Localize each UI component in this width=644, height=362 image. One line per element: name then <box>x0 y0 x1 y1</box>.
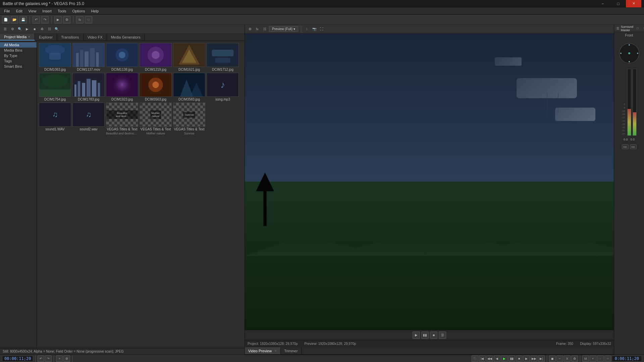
media-item-dcim1923[interactable]: DCIM1923.jpg <box>106 73 138 101</box>
tl-auto-crossfade[interactable]: X <box>564 355 571 362</box>
preview-stop-button[interactable]: ■ <box>430 331 437 339</box>
tl-add-track[interactable]: + <box>56 355 63 362</box>
media-item-dcim1063[interactable]: DCIM1063.jpg <box>39 43 71 71</box>
menu-tools[interactable]: Tools <box>55 8 69 14</box>
preview-grid-button[interactable]: ⁝ <box>304 26 310 32</box>
menu-options[interactable]: Options <box>70 8 88 14</box>
media-item-title-2[interactable]: Mothernature VEGAS Titles & Text Mother … <box>140 103 172 135</box>
svg-rect-7 <box>90 48 95 67</box>
menu-view[interactable]: View <box>26 8 39 14</box>
tree-item-tags[interactable]: Tags <box>0 58 37 64</box>
menu-file[interactable]: File <box>1 8 13 14</box>
preview-mode-button[interactable]: ☷ <box>262 26 268 32</box>
preview-fx-button[interactable]: fx <box>254 26 260 32</box>
preview-pause-button[interactable]: ▮▮ <box>421 331 429 339</box>
redo-button[interactable]: ↷ <box>41 16 49 23</box>
tl-loop-button[interactable]: ♻ <box>571 355 578 362</box>
tl-marker-button[interactable]: M <box>582 355 589 362</box>
media-item-title-3[interactable]: Sunrise VEGAS Titles & Text Sunrise <box>173 103 205 135</box>
panel-stop-button[interactable]: ■ <box>32 26 38 32</box>
tree-item-by-type[interactable]: By Type <box>0 53 37 58</box>
panel-zoom-button[interactable]: 🔍 <box>54 26 60 32</box>
media-item-dcim1138[interactable]: DCIM1138.jpg <box>106 43 138 71</box>
stop-button[interactable]: ■ <box>516 355 523 362</box>
preview-loop-button[interactable]: ☰ <box>439 331 446 339</box>
menu-help[interactable]: Help <box>88 8 101 14</box>
go-start-button[interactable]: |◀ <box>479 355 486 362</box>
media-item-dcim1783[interactable]: DCIM1783.jpg <box>72 73 105 101</box>
tab-explorer[interactable]: Explorer <box>35 34 57 41</box>
prev-frame-button[interactable]: ◀ <box>494 355 500 362</box>
next-button[interactable]: ▶▶ <box>531 355 537 362</box>
new-button[interactable]: 📄 <box>2 16 9 23</box>
floating-island-3 <box>495 57 522 66</box>
media-item-dcim1137[interactable]: DCIM1137.mov <box>72 43 105 71</box>
play-button[interactable]: ▶ <box>501 355 508 362</box>
tl-settings[interactable]: ⚙ <box>63 355 70 362</box>
tab-media-generators[interactable]: Media Generators <box>107 34 145 41</box>
media-item-dcim1712[interactable]: DCIM1712.jpg <box>207 43 239 71</box>
panel-search-button[interactable]: 🔍 <box>17 26 23 32</box>
tab-project-media[interactable]: Project Media ✕ <box>0 34 35 41</box>
maximize-button[interactable]: □ <box>610 0 626 7</box>
prev-button[interactable]: ◀◀ <box>486 355 493 362</box>
settings-button[interactable]: ⚙ <box>63 16 70 23</box>
menu-insert[interactable]: Insert <box>40 8 54 14</box>
tab-trimmer[interactable]: Trimmer <box>281 347 302 354</box>
surround-expand-button[interactable]: □ <box>635 25 641 32</box>
save-button[interactable]: 💾 <box>19 16 27 23</box>
tl-fit-button[interactable]: ↔ <box>604 355 611 362</box>
next-frame-button[interactable]: ▶ <box>523 355 530 362</box>
panel-settings-button[interactable]: ⚙ <box>9 26 15 32</box>
preview-play-button[interactable]: ▶ <box>413 331 420 339</box>
media-item-dcim1754[interactable]: DCIM1754.jpg <box>39 73 71 101</box>
tree-item-smart-bins[interactable]: Smart Bins <box>0 64 37 69</box>
pause-button[interactable]: ▮▮ <box>508 355 515 362</box>
tab-video-preview[interactable]: Video Preview ✕ <box>245 347 281 354</box>
tl-undo[interactable]: ↶ <box>38 355 44 362</box>
record-button[interactable]: ⚫ <box>472 355 478 362</box>
tl-zoom-out[interactable]: - <box>597 355 604 362</box>
media-item-title-1[interactable]: Beautifuland dest... VEGAS Titles & Text… <box>106 103 138 135</box>
surround-circle[interactable] <box>619 43 639 63</box>
menu-edit[interactable]: Edit <box>13 8 25 14</box>
undo-button[interactable]: ↶ <box>33 16 40 23</box>
tab-video-fx[interactable]: Video FX <box>84 34 107 41</box>
render-button[interactable]: ▶ <box>54 16 62 23</box>
tl-zoom-in[interactable]: + <box>590 355 596 362</box>
minimize-button[interactable]: − <box>595 0 610 7</box>
preview-mode-label[interactable]: Preview (Full) ▾ <box>269 26 298 32</box>
fx-button[interactable]: fx <box>76 16 84 23</box>
floating-island-2 <box>555 108 595 121</box>
media-item-sound2[interactable]: ♫ sound2.wav <box>72 103 105 135</box>
tree-item-all-media[interactable]: All Media <box>0 42 37 48</box>
panel-menu-button[interactable]: ☰ <box>2 26 8 32</box>
media-item-dcim1219[interactable]: DCIM1219.jpg <box>140 43 172 71</box>
surround-close-button[interactable]: ✕ <box>641 25 644 32</box>
go-end-button[interactable]: ▶| <box>538 355 545 362</box>
preview-fullscreen-button[interactable]: ⛶ <box>319 26 325 32</box>
tl-ripple-button[interactable]: ~ <box>556 355 563 362</box>
preview-snapshot-button[interactable]: 📷 <box>311 26 317 32</box>
open-button[interactable]: 📂 <box>11 16 18 23</box>
media-generator-button[interactable]: □ <box>85 16 92 23</box>
tab-project-media-close[interactable]: ✕ <box>28 35 31 39</box>
media-item-dcim3563[interactable]: DCIM3563.jpg <box>140 73 172 101</box>
close-button[interactable]: ✕ <box>626 0 641 7</box>
preview-settings-button[interactable]: ⚙ <box>247 26 253 32</box>
panel-view-button[interactable]: ☷ <box>46 26 52 32</box>
svg-rect-30 <box>98 83 100 97</box>
panel-play-button[interactable]: ▶ <box>24 26 30 32</box>
bb-indicator-right[interactable]: BB <box>630 144 637 149</box>
surround-menu-icon[interactable]: ☰ <box>616 25 620 32</box>
bb-indicator-left[interactable]: BB <box>622 144 629 149</box>
media-item-dcim1621[interactable]: DCIM1621.jpg <box>173 43 205 71</box>
media-item-song-mp3[interactable]: ♪ song.mp3 <box>207 73 239 101</box>
tab-transitions[interactable]: Transitions <box>57 34 83 41</box>
media-item-dcim3583[interactable]: DCIM3583.jpg <box>173 73 205 101</box>
media-item-sound1[interactable]: ♫ sound1.WAV <box>39 103 71 135</box>
panel-loop-button[interactable]: ♻ <box>39 26 45 32</box>
tl-snap-button[interactable]: ◼ <box>549 355 556 362</box>
tree-item-media-bins[interactable]: Media Bins <box>0 48 37 53</box>
tl-redo[interactable]: ↷ <box>45 355 52 362</box>
